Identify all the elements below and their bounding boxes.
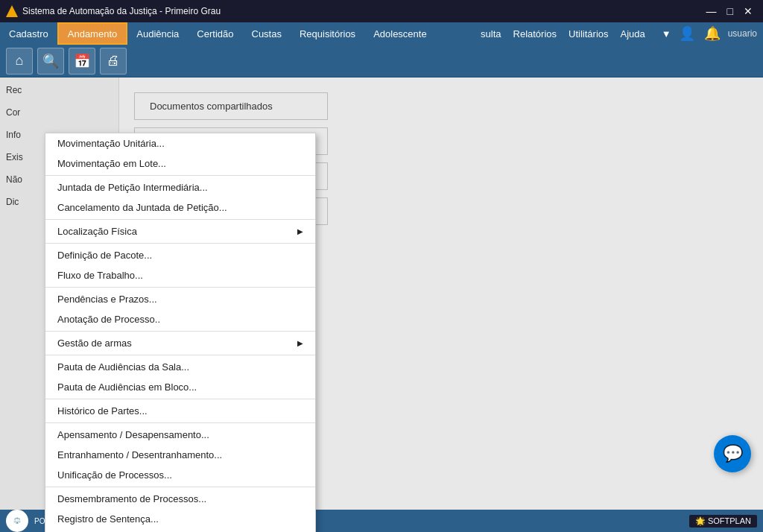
menu-mov-lote[interactable]: Movimentação em Lote... — [45, 153, 315, 174]
sep8 — [45, 422, 315, 423]
menu-item-relatorios[interactable]: Relatórios — [510, 28, 560, 39]
dropdown-overlay: Movimentação Unitária... Movimentação em… — [0, 133, 763, 487]
menu-item-requisitorios[interactable]: Requisitórios — [291, 22, 364, 45]
sep6 — [45, 355, 315, 355]
sep1 — [45, 175, 315, 176]
sep9 — [45, 487, 315, 487]
home-button[interactable]: ⌂ — [6, 48, 33, 75]
main-area: Rec Cor Info Exis Não Dic Documentos com… — [0, 77, 763, 510]
menu-pauta-bloco[interactable]: Pauta de Audiências em Bloco... — [45, 377, 315, 397]
maximize-button[interactable]: □ — [723, 5, 738, 17]
softplan-label: 🌟 — [695, 516, 708, 525]
menu-desmembramento[interactable]: Desmembramento de Processos... — [45, 489, 315, 509]
menu-def-pacote[interactable]: Definição de Pacote... — [45, 245, 315, 265]
window-controls: — □ ✕ — [702, 5, 757, 17]
menu-pendencias[interactable]: Pendências e Prazos... — [45, 289, 315, 309]
user-name: usuario — [728, 28, 757, 39]
menu-item-certidao[interactable]: Certidão — [188, 22, 242, 45]
arrow-localizacao: ▶ — [297, 227, 303, 235]
calendar-button[interactable]: 📅 — [69, 48, 95, 75]
toolbar: ⌂ 🔍 📅 🖨 — [0, 45, 763, 77]
print-button[interactable]: 🖨 — [100, 48, 127, 75]
close-button[interactable]: ✕ — [739, 5, 757, 17]
sep2 — [45, 219, 315, 220]
left-panel-rec: Rec — [6, 85, 113, 95]
menu-item-utilitarios[interactable]: Utilitários — [566, 28, 611, 39]
search-button[interactable]: 🔍 — [37, 48, 64, 75]
app-icon — [6, 5, 18, 17]
sep5 — [45, 331, 315, 332]
menu-item-audiencia[interactable]: Audiência — [127, 22, 188, 45]
user-profile-button[interactable]: 👤 — [677, 24, 697, 43]
menu-cancelamento-sentenca[interactable]: Cancelamento de Registro de Sentença... — [45, 529, 315, 532]
title-bar-left: Sistema de Automação da Justiça - Primei… — [6, 5, 221, 17]
menu-unificacao[interactable]: Unificação de Processos... — [45, 465, 315, 485]
dropdown-arrow-icon: ▼ — [662, 28, 671, 39]
menu-cancelamento-juntada[interactable]: Cancelamento da Juntada de Petição... — [45, 197, 315, 218]
title-bar: Sistema de Automação da Justiça - Primei… — [0, 0, 763, 22]
minimize-button[interactable]: — — [702, 5, 721, 17]
org-logo: ⚖️ — [6, 510, 28, 532]
sep7 — [45, 399, 315, 399]
menu-localizacao-fisica[interactable]: Localização Física ▶ — [45, 221, 315, 241]
notifications-button[interactable]: 🔔 — [703, 24, 722, 43]
sep3 — [45, 243, 315, 244]
menu-historico-partes[interactable]: Histórico de Partes... — [45, 401, 315, 421]
menu-entranhamento[interactable]: Entranhamento / Desentranhamento... — [45, 445, 315, 465]
sep4 — [45, 287, 315, 288]
menu-item-adolescente[interactable]: Adolescente — [364, 22, 436, 45]
menu-item-cadastro[interactable]: Cadastro — [0, 22, 57, 45]
docs-compartilhados-button[interactable]: Documentos compartilhados — [134, 92, 328, 120]
org-label: ⚖️ — [13, 518, 21, 525]
menu-bar: Cadastro Andamento Audiência Certidão Cu… — [0, 22, 763, 45]
left-panel-cor: Cor — [6, 107, 113, 118]
menu-apensamento[interactable]: Apensamento / Desapensamento... — [45, 425, 315, 445]
menu-pauta-sala[interactable]: Pauta de Audiências da Sala... — [45, 357, 315, 377]
menu-item-ajuda[interactable]: Ajuda — [618, 28, 648, 39]
menu-anotacao[interactable]: Anotação de Processo.. — [45, 309, 315, 329]
menu-right: sulta Relatórios Utilitários Ajuda ▼ 👤 🔔… — [478, 24, 763, 43]
menu-fluxo-trabalho[interactable]: Fluxo de Trabalho... — [45, 265, 315, 285]
menu-item-consulta[interactable]: sulta — [478, 28, 504, 39]
main-dropdown: Movimentação Unitária... Movimentação em… — [45, 133, 316, 532]
menu-item-custas[interactable]: Custas — [243, 22, 291, 45]
menu-gestao-armas[interactable]: Gestão de armas ▶ — [45, 333, 315, 353]
app-title: Sistema de Automação da Justiça - Primei… — [22, 6, 221, 16]
menu-registro-sentenca[interactable]: Registro de Sentença... — [45, 509, 315, 529]
menu-item-andamento[interactable]: Andamento — [57, 22, 128, 45]
arrow-gestao-armas: ▶ — [297, 339, 303, 347]
softplan-badge: 🌟 SOFTPLAN — [689, 515, 757, 528]
menu-juntada-peticao[interactable]: Juntada de Petição Intermediária... — [45, 177, 315, 197]
menu-mov-unitaria[interactable]: Movimentação Unitária... — [45, 133, 315, 153]
softplan-text: SOFTPLAN — [708, 516, 751, 525]
